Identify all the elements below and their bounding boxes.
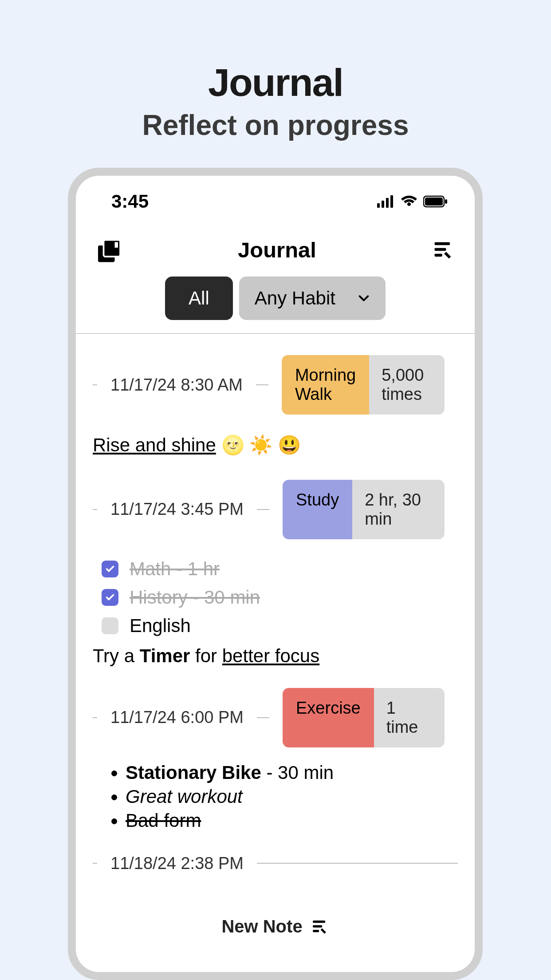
entry-body: Rise and shine 🌝 ☀️ 😃 [93,415,458,458]
habit-tag-name: Morning Walk [282,355,369,415]
divider [257,717,269,718]
collections-icon[interactable] [96,237,122,263]
checkbox-unchecked[interactable] [102,617,118,634]
divider [93,863,97,864]
journal-entry[interactable]: 11/17/24 8:30 AM Morning Walk 5,000 time… [76,334,475,458]
svg-rect-10 [434,242,450,245]
entry-timestamp: 11/17/24 6:00 PM [110,708,244,727]
habit-tag[interactable]: Exercise 1 time [283,688,445,747]
entry-tip: Try a Timer for better focus [93,640,458,667]
entry-timestamp: 11/18/24 2:38 PM [110,854,244,873]
promo-subtitle: Reflect on progress [0,109,551,142]
journal-entry[interactable]: 11/18/24 2:38 PM [76,833,475,873]
promo-title: Journal [0,60,551,105]
checklist-label: English [130,615,191,636]
page-title: Journal [238,237,316,262]
habit-tag[interactable]: Morning Walk 5,000 times [282,355,445,415]
app-header: Journal [76,212,475,277]
check-icon [105,593,115,602]
habit-tag-value: 5,000 times [369,355,445,415]
entry-timestamp: 11/17/24 8:30 AM [110,375,243,395]
svg-rect-0 [377,203,380,208]
battery-icon [423,195,448,208]
journal-entry[interactable]: 11/17/24 6:00 PM Exercise 1 time Station… [76,667,475,833]
svg-rect-14 [313,925,322,927]
divider [93,384,97,385]
divider [93,509,97,510]
svg-rect-9 [115,242,118,248]
checklist-label: History - 30 min [130,587,260,608]
check-icon [105,564,115,574]
checklist: Math - 1 hr History - 30 min English [93,539,458,640]
habit-tag-name: Study [283,480,352,539]
filter-all-button[interactable]: All [165,277,233,320]
divider [256,384,268,385]
svg-rect-15 [313,930,319,932]
habit-tag-name: Exercise [283,688,374,747]
entry-timestamp: 11/17/24 3:45 PM [110,500,244,519]
habit-tag-value: 2 hr, 30 min [352,480,445,539]
status-icons [377,195,448,208]
list-item: Stationary Bike - 30 min [126,761,458,785]
filter-habit-dropdown[interactable]: Any Habit [239,277,386,320]
filter-row: All Any Habit [76,277,475,333]
svg-rect-13 [313,921,325,923]
checkbox-checked[interactable] [102,589,118,606]
bullet-list: Stationary Bike - 30 min Great workout B… [93,747,458,833]
list-item: Bad form [126,809,458,833]
edit-list-icon[interactable] [432,238,455,261]
svg-rect-5 [425,198,443,205]
status-bar: 3:45 [76,176,475,212]
checklist-item[interactable]: History - 30 min [102,583,458,612]
checklist-item[interactable]: English [102,612,458,640]
chevron-down-icon [358,292,370,304]
habit-tag-value: 1 time [374,688,445,747]
new-note-label: New Note [221,917,302,937]
svg-rect-11 [434,248,446,251]
edit-list-icon [311,917,329,936]
divider [257,509,269,510]
checkbox-checked[interactable] [102,561,118,577]
wifi-icon [400,195,418,208]
journal-entry[interactable]: 11/17/24 3:45 PM Study 2 hr, 30 min Math… [76,458,475,667]
cellular-icon [377,195,395,208]
divider [93,717,97,718]
svg-rect-6 [445,199,447,204]
filter-habit-label: Any Habit [255,288,335,309]
entry-emoji: 🌝 ☀️ 😃 [221,435,301,455]
divider [257,863,458,864]
svg-rect-3 [390,195,393,208]
entry-text: Rise and shine [93,435,216,455]
new-note-button[interactable]: New Note [221,917,329,937]
checklist-label: Math - 1 hr [130,558,220,580]
svg-rect-1 [382,201,384,208]
checklist-item[interactable]: Math - 1 hr [102,555,458,583]
svg-rect-2 [386,198,389,208]
status-time: 3:45 [111,191,149,212]
list-item: Great workout [126,785,458,809]
svg-rect-12 [434,254,442,257]
phone-frame: 3:45 Journal All Any Habit 11/17/24 8:30… [68,168,483,980]
habit-tag[interactable]: Study 2 hr, 30 min [283,480,445,539]
